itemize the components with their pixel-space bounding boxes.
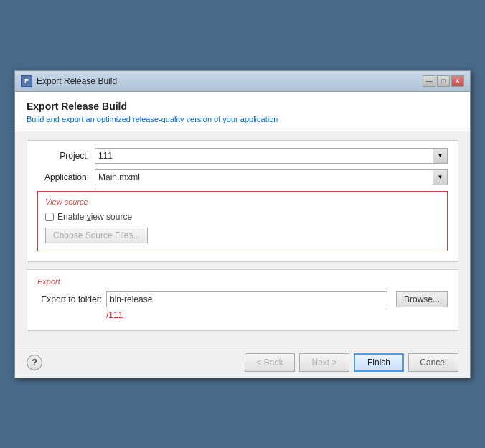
main-window: E Export Release Build — □ ✕ Export Rele… (14, 70, 471, 378)
next-button[interactable]: Next > (299, 353, 349, 372)
finish-button[interactable]: Finish (354, 353, 404, 372)
back-button[interactable]: < Back (245, 353, 295, 372)
export-folder-row: Export to folder: Browse... (37, 291, 448, 307)
export-folder-label: Export to folder: (37, 294, 102, 304)
project-input[interactable] (95, 149, 433, 163)
footer-left: ? (27, 355, 42, 370)
project-row: Project: ▼ (37, 148, 448, 164)
dialog-subtitle: Build and export an optimized release-qu… (27, 115, 458, 123)
application-dropdown[interactable]: ▼ (95, 169, 448, 185)
project-dropdown[interactable]: ▼ (95, 148, 448, 164)
title-bar: E Export Release Build — □ ✕ (15, 71, 470, 92)
restore-button[interactable]: □ (437, 75, 450, 87)
close-button[interactable]: ✕ (451, 75, 464, 87)
minimize-button[interactable]: — (423, 75, 435, 87)
window-controls: — □ ✕ (423, 75, 464, 87)
footer-right: < Back Next > Finish Cancel (245, 353, 458, 372)
window-title: Export Release Build (37, 76, 117, 86)
view-source-legend: View source (45, 197, 440, 206)
main-form-section: Project: ▼ Application: ▼ View source (27, 140, 458, 262)
export-legend: Export (37, 277, 448, 286)
dialog-header: Export Release Build Build and export an… (15, 92, 470, 131)
project-dropdown-arrow[interactable]: ▼ (433, 149, 447, 163)
enable-view-source-label: Enable view source (57, 212, 132, 222)
dialog-title: Export Release Build (27, 101, 458, 112)
browse-button[interactable]: Browse... (396, 291, 448, 307)
app-icon: E (21, 75, 32, 87)
title-bar-left: E Export Release Build (21, 75, 117, 87)
application-row: Application: ▼ (37, 169, 448, 185)
application-dropdown-arrow[interactable]: ▼ (433, 170, 447, 185)
dialog-footer: ? < Back Next > Finish Cancel (15, 347, 470, 378)
application-label: Application: (37, 172, 95, 182)
enable-view-source-checkbox[interactable] (45, 213, 54, 221)
export-path-text: /111 (106, 310, 448, 320)
application-input[interactable] (95, 170, 433, 185)
project-label: Project: (37, 151, 95, 161)
export-section: Export Export to folder: Browse... /111 (27, 269, 458, 331)
export-folder-input[interactable] (106, 291, 387, 307)
dialog-body: Project: ▼ Application: ▼ View source (15, 131, 470, 347)
choose-source-files-button[interactable]: Choose Source Files... (45, 228, 148, 243)
view-source-section: View source Enable view source Choose So… (37, 191, 448, 251)
enable-view-source-row: Enable view source (45, 212, 440, 222)
cancel-button[interactable]: Cancel (408, 353, 458, 372)
help-button[interactable]: ? (27, 355, 42, 370)
